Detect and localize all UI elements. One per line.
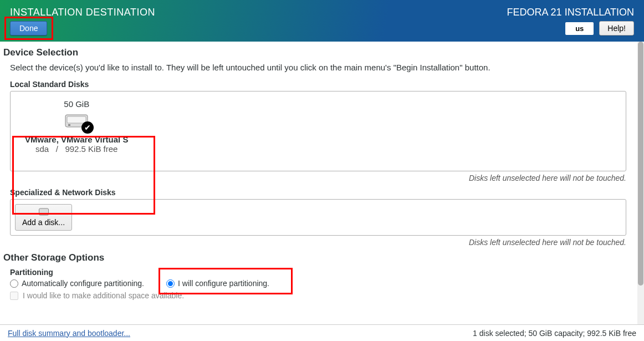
radio-auto-label[interactable]: Automatically configure partitioning. — [22, 279, 144, 288]
main-content: Device Selection Select the device(s) yo… — [0, 42, 644, 324]
product-label: FEDORA 21 INSTALLATION — [507, 7, 634, 18]
additional-space-row: I would like to make additional space av… — [10, 291, 634, 300]
disk-sep: / — [56, 144, 58, 154]
network-disks-note: Disks left unselected here will not be t… — [3, 238, 626, 247]
add-disk-label: Add a disk... — [22, 218, 65, 227]
checkbox-additional-space[interactable] — [10, 292, 18, 300]
local-disks-container: 50 GiB ✔ VMware, VMware Virtual S sda / … — [10, 91, 626, 171]
radio-auto-partition[interactable] — [10, 279, 18, 288]
additional-space-label: I would like to make additional space av… — [23, 291, 184, 300]
done-button[interactable]: Done — [10, 21, 47, 35]
device-selection-heading: Device Selection — [3, 47, 634, 58]
partitioning-radios: Automatically configure partitioning. I … — [10, 279, 634, 288]
disk-model: VMware, VMware Virtual S — [25, 135, 128, 144]
disk-summary-link[interactable]: Full disk summary and bootloader... — [8, 329, 130, 338]
local-disks-note: Disks left unselected here will not be t… — [3, 174, 626, 182]
header-bar: INSTALLATION DESTINATION FEDORA 21 INSTA… — [0, 0, 644, 42]
disk-free: 992.5 KiB free — [65, 144, 117, 154]
svg-rect-2 — [68, 124, 70, 126]
svg-rect-3 — [39, 208, 48, 215]
scrollbar-thumb[interactable] — [638, 42, 643, 286]
disk-item[interactable]: 50 GiB ✔ VMware, VMware Virtual S sda / … — [14, 95, 139, 158]
help-button[interactable]: Help! — [599, 21, 634, 35]
partitioning-label: Partitioning — [10, 268, 634, 277]
network-disks-label: Specialized & Network Disks — [10, 188, 634, 197]
radio-manual-partition[interactable] — [166, 279, 175, 288]
storage-options-heading: Other Storage Options — [3, 252, 634, 263]
keyboard-layout-indicator[interactable]: us — [565, 22, 594, 35]
network-disks-container: Add a disk... — [10, 199, 626, 236]
local-disks-label: Local Standard Disks — [10, 80, 634, 89]
disk-dev: sda — [35, 144, 49, 154]
radio-manual-label[interactable]: I will configure partitioning. — [178, 279, 269, 288]
hard-drive-icon — [39, 208, 49, 216]
add-disk-button[interactable]: Add a disk... — [15, 204, 72, 231]
disk-info: sda / 992.5 KiB free — [25, 144, 128, 154]
footer-status: 1 disk selected; 50 GiB capacity; 992.5 … — [473, 329, 636, 338]
footer-bar: Full disk summary and bootloader... 1 di… — [0, 324, 644, 341]
device-selection-instruction: Select the device(s) you'd like to insta… — [10, 63, 634, 72]
svg-rect-1 — [67, 116, 86, 123]
check-icon: ✔ — [81, 121, 94, 134]
disk-size: 50 GiB — [25, 99, 128, 109]
disk-icon-wrap: ✔ — [65, 113, 88, 130]
